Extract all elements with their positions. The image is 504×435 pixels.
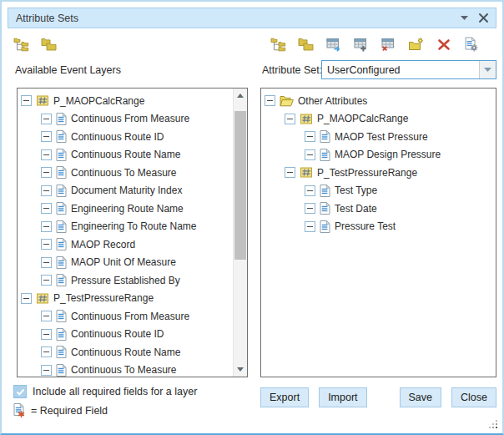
table-add-icon[interactable]: [353, 37, 369, 53]
attribute-set-combobox[interactable]: UserConfigured: [321, 60, 496, 79]
tree-item[interactable]: Pressure Established By: [18, 271, 233, 290]
tree-item-label: P_TestPressureRange: [53, 292, 154, 304]
vertical-scrollbar[interactable]: [233, 89, 247, 377]
field-icon: [320, 130, 330, 143]
required-field-icon: [13, 403, 26, 417]
collapse-toggle[interactable]: [41, 257, 52, 268]
collapse-toggle[interactable]: [41, 114, 52, 124]
scroll-down-button[interactable]: [234, 362, 247, 377]
tree-item[interactable]: Engineering Route Name: [18, 200, 233, 218]
tree-item[interactable]: Continuous Route ID: [18, 128, 233, 146]
include-required-checkbox[interactable]: [13, 385, 27, 398]
field-icon: [56, 364, 67, 377]
tree-item[interactable]: Continuous Route ID: [18, 326, 233, 344]
tree-item[interactable]: Engineering To Route Name: [18, 218, 233, 236]
tree-item-label: MAOP Design Pressure: [335, 149, 441, 160]
toolbar-left: [13, 36, 57, 53]
tree-item[interactable]: P_MAOPCalcRange: [18, 92, 233, 110]
tree-item[interactable]: Test Date: [261, 200, 496, 218]
tree-item[interactable]: P_TestPressureRange: [261, 164, 496, 182]
combo-dropdown-button[interactable]: [479, 61, 496, 78]
dialog-title: Attribute Sets: [16, 13, 78, 24]
attribute-set-label: Attribute Set:: [262, 64, 322, 76]
export-button[interactable]: Export: [260, 387, 309, 407]
tree-item[interactable]: Continuous From Measure: [18, 110, 233, 129]
collapse-toggle[interactable]: [41, 203, 52, 214]
tree-item[interactable]: Other Attributes: [261, 92, 496, 110]
open-folders-icon[interactable]: [41, 37, 57, 53]
tree-item-label: MAOP Unit Of Measure: [71, 256, 176, 268]
folder-new-icon[interactable]: [408, 37, 424, 53]
tree-item-label: Continuous Route Name: [71, 346, 180, 358]
tree-item[interactable]: MAOP Unit Of Measure: [18, 254, 233, 272]
scroll-up-button[interactable]: [234, 89, 247, 103]
event-layer-icon: [300, 166, 313, 179]
available-layers-tree: P_MAOPCalcRangeContinuous From MeasureCo…: [18, 89, 233, 377]
resize-grip[interactable]: [489, 420, 499, 430]
tree-item-label: Engineering To Route Name: [71, 220, 197, 232]
field-icon: [320, 185, 330, 197]
collapse-toggle[interactable]: [41, 149, 52, 160]
tree-item[interactable]: Document Maturity Index: [18, 182, 233, 200]
document-settings-icon[interactable]: [463, 37, 479, 53]
collapse-toggle[interactable]: [285, 167, 295, 178]
tree-item[interactable]: Continuous To Measure: [18, 362, 233, 377]
folder-open-icon: [280, 95, 294, 107]
collapse-toggle[interactable]: [41, 131, 52, 142]
field-icon: [56, 130, 67, 143]
tree-item-label: MAOP Test Pressure: [335, 131, 428, 143]
collapse-toggle[interactable]: [305, 203, 315, 214]
tree-item[interactable]: Continuous Route Name: [18, 343, 233, 362]
collapse-toggle[interactable]: [305, 185, 315, 196]
tree-item-label: Continuous From Measure: [71, 311, 189, 322]
collapse-toggle[interactable]: [305, 131, 315, 142]
collapse-toggle[interactable]: [41, 329, 52, 340]
field-icon: [56, 220, 67, 233]
event-layer-icon: [300, 113, 313, 125]
collapse-toggle[interactable]: [41, 239, 52, 250]
collapse-toggle[interactable]: [41, 365, 52, 376]
close-button[interactable]: Close: [451, 387, 496, 407]
table-export-icon[interactable]: [325, 37, 341, 53]
tree-item[interactable]: Test Type: [261, 182, 496, 200]
tree-item-label: P_TestPressureRange: [317, 167, 417, 179]
tree-item[interactable]: P_MAOPCalcRange: [261, 110, 496, 129]
tree-item[interactable]: MAOP Record: [18, 235, 233, 254]
collapse-toggle[interactable]: [41, 346, 52, 357]
collapse-toggle[interactable]: [41, 311, 52, 321]
field-icon: [56, 256, 67, 269]
collapse-toggle[interactable]: [41, 275, 52, 286]
expand-layers-icon[interactable]: [270, 37, 286, 53]
tree-item[interactable]: Continuous Route Name: [18, 146, 233, 164]
import-button[interactable]: Import: [319, 387, 366, 407]
collapse-toggle[interactable]: [305, 221, 315, 232]
tree-item[interactable]: Continuous To Measure: [18, 164, 233, 182]
field-icon: [56, 185, 67, 197]
tree-item[interactable]: MAOP Test Pressure: [261, 128, 496, 146]
collapse-toggle[interactable]: [21, 293, 32, 304]
tree-item[interactable]: Continuous From Measure: [18, 307, 233, 326]
titlebar[interactable]: Attribute Sets: [8, 8, 496, 28]
table-remove-icon[interactable]: [381, 37, 396, 53]
tree-item[interactable]: P_TestPressureRange: [18, 290, 233, 308]
delete-icon[interactable]: [436, 37, 451, 53]
collapse-toggle[interactable]: [41, 221, 52, 232]
expand-layers-icon[interactable]: [13, 37, 29, 53]
collapse-toggle[interactable]: [21, 95, 32, 106]
collapse-toggle[interactable]: [265, 95, 275, 106]
collapse-toggle[interactable]: [41, 185, 52, 196]
tree-item[interactable]: Pressure Test: [261, 218, 496, 236]
collapse-toggle[interactable]: [305, 149, 315, 160]
tree-item-label: Other Attributes: [298, 95, 367, 107]
include-required-label: Include all required fields for a layer: [33, 386, 197, 397]
collapse-toggle[interactable]: [41, 167, 52, 178]
tree-item[interactable]: MAOP Design Pressure: [261, 146, 496, 164]
save-button[interactable]: Save: [400, 387, 442, 407]
collapse-toggle[interactable]: [285, 114, 295, 124]
close-icon[interactable]: [479, 13, 488, 23]
tree-item-label: Continuous Route ID: [71, 131, 164, 143]
tree-item-label: Continuous To Measure: [71, 167, 177, 179]
open-folders-icon[interactable]: [298, 37, 314, 53]
dock-caret-icon[interactable]: [461, 16, 468, 20]
scrollbar-thumb[interactable]: [234, 111, 246, 260]
